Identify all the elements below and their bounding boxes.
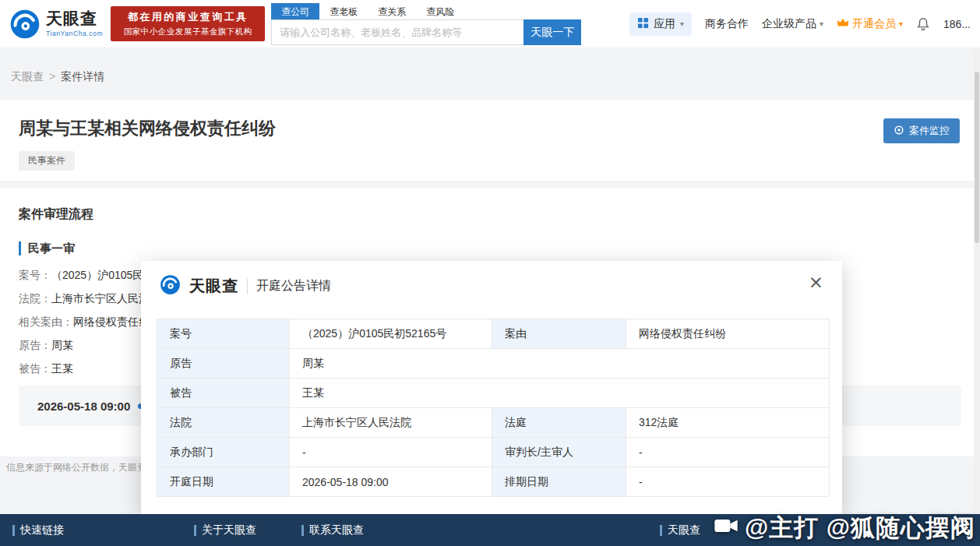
nav-business-link[interactable]: 商务合作: [705, 17, 749, 31]
cell-label: 排期日期: [492, 467, 626, 497]
breadcrumb-separator: >: [49, 70, 55, 83]
chevron-down-icon: ▾: [899, 19, 903, 28]
footer-link-brand[interactable]: 天眼查: [660, 523, 700, 537]
promo-line2: 国家中小企业发展子基金旗下机构: [115, 26, 260, 37]
hearing-table-wrap: 案号 （2025）沪0105民初52165号 案由 网络侵权责任纠纷 原告 周某…: [157, 319, 829, 497]
field-label: 案号：: [19, 269, 51, 281]
top-header: 天眼查 TianYanCha.com 都在用的商业查询工具 国家中小企业发展子基…: [0, 0, 980, 48]
cell-value: 2026-05-18 09:00: [290, 467, 492, 497]
stage-title: 民事一审: [19, 241, 961, 255]
search-tab-relation[interactable]: 查关系: [368, 3, 416, 19]
enterprise-label: 企业级产品: [762, 17, 816, 31]
search-button[interactable]: 天眼一下: [523, 19, 581, 45]
search-tab-risk[interactable]: 查风险: [416, 3, 464, 19]
cell-label: 原告: [157, 349, 290, 379]
cell-label: 法院: [157, 408, 290, 438]
footer-link-about[interactable]: 关于天眼查: [194, 523, 256, 537]
vip-label: 开通会员: [852, 17, 896, 31]
field-value: 王某: [51, 362, 73, 375]
case-monitor-button[interactable]: 案件监控: [883, 118, 960, 143]
section-title: 案件审理流程: [19, 206, 961, 223]
search-input[interactable]: [271, 19, 523, 45]
footer-link-label: 联系天眼查: [309, 523, 364, 537]
promo-badge: 都在用的商业查询工具 国家中小企业发展子基金旗下机构: [111, 6, 265, 41]
top-nav: 应用 ▾ 商务合作 企业级产品 ▾ 开通会员 ▾: [629, 12, 971, 36]
promo-line1: 都在用的商业查询工具: [115, 10, 260, 24]
cell-value: -: [290, 438, 492, 467]
camera-icon: [714, 514, 739, 542]
scrollbar-thumb[interactable]: [975, 72, 979, 243]
modal-brand: 天眼查: [189, 276, 238, 297]
case-type-tag: 民事案件: [19, 151, 75, 171]
cell-value: -: [626, 467, 830, 497]
cell-value: -: [626, 438, 830, 467]
footer-bar-icon: [301, 525, 304, 536]
modal-title: 开庭公告详情: [256, 278, 331, 294]
data-source-disclaimer: 信息来源于网络公开数据，天眼查: [6, 461, 146, 474]
footer-bar-icon: [660, 525, 662, 536]
field-label: 相关案由：: [19, 315, 73, 328]
scrollbar[interactable]: [974, 48, 980, 514]
cell-value: 上海市长宁区人民法院: [290, 408, 492, 438]
cell-label: 开庭日期: [157, 467, 290, 497]
search-block: 查公司 查老板 查关系 查风险 天眼一下: [271, 3, 581, 45]
table-row: 承办部门 - 审判长/主审人 -: [157, 438, 830, 467]
cell-label: 审判长/主审人: [492, 438, 626, 467]
hearing-table: 案号 （2025）沪0105民初52165号 案由 网络侵权责任纠纷 原告 周某…: [157, 319, 830, 497]
cell-label: 案号: [157, 319, 290, 349]
apps-menu[interactable]: 应用 ▾: [629, 12, 692, 36]
footer-link-quick[interactable]: 快速链接: [12, 523, 64, 537]
chevron-down-icon: ▾: [680, 19, 684, 28]
monitor-icon: [894, 125, 904, 138]
bell-icon[interactable]: [916, 17, 930, 31]
crown-icon: [837, 18, 849, 30]
cell-value: 周某: [290, 349, 830, 379]
cell-label: 法庭: [492, 408, 626, 438]
cell-value: 网络侵权责任纠纷: [626, 319, 830, 349]
account-number[interactable]: 186...: [943, 18, 971, 30]
tianyancha-logo[interactable]: 天眼查 TianYanCha.com: [9, 9, 103, 40]
chevron-down-icon: ▾: [820, 19, 823, 28]
cell-value: 王某: [290, 379, 830, 408]
table-row: 案号 （2025）沪0105民初52165号 案由 网络侵权责任纠纷: [157, 319, 830, 349]
breadcrumb-home[interactable]: 天眼查: [11, 70, 44, 83]
cell-value: （2025）沪0105民初52165号: [290, 319, 492, 349]
search-tabs: 查公司 查老板 查关系 查风险: [271, 3, 581, 19]
cell-label: 承办部门: [157, 438, 290, 467]
table-row: 法院 上海市长宁区人民法院 法庭 312法庭: [157, 408, 830, 438]
logo-text: 天眼查 TianYanCha.com: [46, 10, 103, 37]
close-icon[interactable]: ×: [809, 273, 823, 291]
apps-label: 应用: [654, 17, 675, 31]
footer-bar-icon: [12, 525, 15, 536]
footer-link-label: 关于天眼查: [202, 523, 256, 537]
table-row: 原告 周某: [157, 349, 830, 379]
table-row: 被告 王某: [157, 379, 830, 408]
breadcrumb-current: 案件详情: [61, 70, 104, 83]
field-value: 周某: [51, 339, 73, 351]
nav-enterprise-link[interactable]: 企业级产品 ▾: [762, 17, 823, 31]
hearing-announcement-modal: 天眼查 开庭公告详情 × 案号 （2025）沪0105民初52165号 案由 网…: [141, 261, 842, 514]
search-tab-company[interactable]: 查公司: [271, 3, 319, 19]
divider: [247, 279, 248, 294]
field-label: 原告：: [19, 339, 51, 351]
page: 天眼查 TianYanCha.com 都在用的商业查询工具 国家中小企业发展子基…: [0, 0, 980, 546]
table-row: 开庭日期 2026-05-18 09:00 排期日期 -: [157, 467, 830, 497]
footer-link-contact[interactable]: 联系天眼查: [301, 523, 364, 537]
footer-link-label: 天眼查: [668, 523, 700, 537]
tianyancha-logo-icon: [9, 9, 41, 40]
search-tab-boss[interactable]: 查老板: [319, 3, 368, 19]
monitor-label: 案件监控: [909, 124, 950, 138]
weibo-watermark: @主打 @狐随心摆阀: [714, 512, 975, 544]
field-label: 法院：: [19, 292, 51, 305]
brand-domain: TianYanCha.com: [46, 30, 103, 37]
search-row: 天眼一下: [271, 19, 581, 45]
footer-bar-icon: [194, 525, 196, 536]
tianyancha-logo-icon: [160, 274, 181, 298]
footer-link-label: 快速链接: [20, 523, 64, 537]
modal-header: 天眼查 开庭公告详情: [141, 261, 842, 298]
vip-link[interactable]: 开通会员 ▾: [837, 17, 903, 31]
cell-label: 案由: [492, 319, 626, 349]
case-title-card: 周某与王某相关网络侵权责任纠纷 民事案件 案件监控: [0, 100, 980, 181]
grid-icon: [637, 17, 649, 31]
cell-label: 被告: [157, 379, 290, 408]
